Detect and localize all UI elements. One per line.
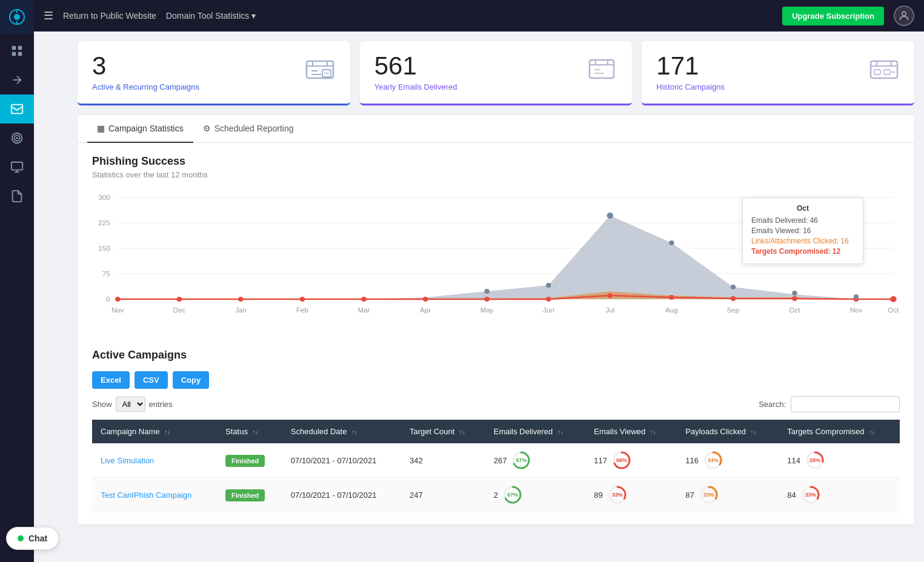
- logo-icon: [8, 8, 26, 26]
- svg-text:300: 300: [98, 194, 110, 201]
- sidebar-item-arrow[interactable]: [0, 65, 34, 94]
- sort-icon-target[interactable]: ↑↓: [459, 429, 465, 435]
- delivered-ring: 67%: [503, 485, 522, 504]
- sidebar-item-phishing[interactable]: [0, 94, 34, 124]
- chart-subtitle: Statistics over the last 12 months: [92, 170, 900, 179]
- tab-campaign-statistics[interactable]: ▦ Campaign Statistics: [87, 115, 193, 143]
- tooltip-compromised: Targets Compromised: 12: [751, 247, 854, 256]
- csv-button[interactable]: CSV: [135, 371, 168, 389]
- delivered-count: 2: [494, 491, 498, 500]
- excel-button[interactable]: Excel: [92, 371, 130, 389]
- upgrade-button[interactable]: Upgrade Subscription: [782, 7, 884, 25]
- col-emails-viewed: Emails Viewed ↑↓: [585, 420, 677, 443]
- stat-label-campaigns: Active & Recurring Campaigns: [92, 82, 199, 91]
- stat-number-historic: 171: [656, 53, 725, 79]
- svg-point-48: [177, 297, 182, 302]
- clicked-ring: 34%: [703, 451, 723, 470]
- delivered-count: 267: [494, 456, 507, 465]
- sort-icon-delivered[interactable]: ↑↓: [557, 429, 563, 435]
- user-avatar[interactable]: [894, 5, 914, 26]
- stat-info: 3 Active & Recurring Campaigns: [92, 53, 199, 91]
- svg-point-58: [792, 296, 797, 301]
- sort-icon-viewed[interactable]: ↑↓: [650, 429, 656, 435]
- cell-name: Test CanIPhish Campaign: [92, 478, 217, 512]
- sidebar: [0, 0, 34, 562]
- svg-point-1: [14, 14, 20, 20]
- svg-rect-5: [18, 46, 22, 50]
- compromised-ring: 33%: [801, 485, 820, 504]
- svg-point-49: [238, 297, 243, 302]
- topbar-link-public[interactable]: Return to Public Website: [63, 11, 156, 21]
- campaign-link[interactable]: Live Simulation: [101, 456, 154, 465]
- col-target-count: Target Count ↑↓: [401, 420, 485, 443]
- table-row: Test CanIPhish Campaign Finished 07/10/2…: [92, 478, 900, 512]
- svg-text:Nov: Nov: [111, 306, 124, 314]
- sidebar-item-dashboard[interactable]: [0, 36, 34, 65]
- table-row: Live Simulation Finished 07/10/2021 - 07…: [92, 443, 900, 478]
- cell-compromised: 84 33%: [779, 478, 900, 512]
- sort-icon-date[interactable]: ↑↓: [351, 429, 357, 435]
- show-label: Show: [92, 400, 112, 409]
- compromised-ring: 28%: [805, 451, 825, 470]
- chart-section: Phishing Success Statistics over the las…: [78, 143, 914, 337]
- stat-info-emails: 561 Yearly Emails Delivered: [374, 53, 457, 91]
- cell-date: 07/10/2021 - 07/10/2021: [282, 478, 401, 512]
- viewed-ring: 33%: [608, 485, 627, 504]
- tooltip-clicked: Links/Attachments Clicked: 16: [751, 237, 854, 245]
- tab-scheduled-reporting[interactable]: ⚙ Scheduled Reporting: [193, 115, 304, 143]
- search-label: Search:: [759, 400, 786, 409]
- chat-status-dot: [18, 535, 24, 541]
- sidebar-item-document[interactable]: [0, 182, 34, 211]
- campaigns-section: Active Campaigns Excel CSV Copy Show All…: [78, 337, 914, 524]
- copy-button[interactable]: Copy: [173, 371, 210, 389]
- col-payloads-clicked: Payloads Clicked ↑↓: [677, 420, 779, 443]
- status-badge: Finished: [225, 489, 265, 501]
- topbar-dropdown-domain[interactable]: Domain Tool Statistics ▾: [166, 11, 256, 21]
- compromised-count: 114: [787, 456, 800, 465]
- search-area: Search:: [759, 396, 900, 412]
- svg-rect-24: [590, 60, 614, 78]
- cell-compromised: 114 28%: [779, 443, 900, 478]
- tooltip-delivered: Emails Delivered: 46: [751, 216, 854, 225]
- svg-rect-4: [12, 46, 16, 50]
- content-card: ▦ Campaign Statistics ⚙ Scheduled Report…: [78, 115, 914, 524]
- sort-icon-name[interactable]: ↑↓: [164, 429, 170, 435]
- table-controls: Excel CSV Copy: [92, 371, 900, 389]
- svg-text:Jul: Jul: [605, 306, 614, 314]
- viewed-count: 117: [594, 456, 607, 465]
- search-input[interactable]: [791, 396, 900, 412]
- cell-viewed: 89 33%: [585, 478, 677, 512]
- topbar: ☰ Return to Public Website Domain Tool S…: [34, 0, 924, 31]
- tooltip-viewed: Emails Viewed: 16: [751, 226, 854, 235]
- svg-text:Oct: Oct: [789, 306, 800, 314]
- svg-text:Apr: Apr: [420, 306, 431, 314]
- campaigns-table: Campaign Name ↑↓ Status ↑↓ Scheduled Dat…: [92, 420, 900, 512]
- viewed-count: 89: [594, 491, 602, 500]
- stat-label-historic: Historic Campaigns: [656, 82, 725, 91]
- chat-button[interactable]: Chat: [6, 527, 59, 550]
- topbar-dropdown-label: Domain Tool Statistics: [166, 11, 249, 21]
- sidebar-item-target[interactable]: [0, 124, 34, 153]
- campaign-link[interactable]: Test CanIPhish Campaign: [101, 491, 191, 500]
- sort-icon-compromised[interactable]: ↑↓: [869, 429, 875, 435]
- sort-icon-status[interactable]: ↑↓: [253, 429, 259, 435]
- menu-icon[interactable]: ☰: [44, 9, 53, 22]
- svg-text:Oct: Oct: [888, 306, 899, 314]
- svg-text:150: 150: [98, 245, 110, 252]
- stat-info-historic: 171 Historic Campaigns: [656, 53, 725, 91]
- svg-text:Mar: Mar: [358, 306, 370, 314]
- svg-point-54: [546, 297, 551, 302]
- svg-text:May: May: [480, 306, 494, 314]
- svg-rect-8: [12, 105, 22, 114]
- cell-name: Live Simulation: [92, 443, 217, 478]
- sort-icon-clicked[interactable]: ↑↓: [751, 429, 757, 435]
- show-select[interactable]: All 10 25 50: [116, 397, 145, 412]
- col-scheduled-date: Scheduled Date ↑↓: [282, 420, 401, 443]
- svg-point-47: [115, 297, 120, 302]
- sidebar-item-monitor[interactable]: [0, 153, 34, 182]
- svg-point-63: [607, 213, 614, 219]
- svg-point-55: [608, 293, 613, 298]
- svg-point-67: [854, 294, 859, 299]
- entries-label: entries: [149, 400, 173, 409]
- clicked-count: 87: [685, 491, 694, 500]
